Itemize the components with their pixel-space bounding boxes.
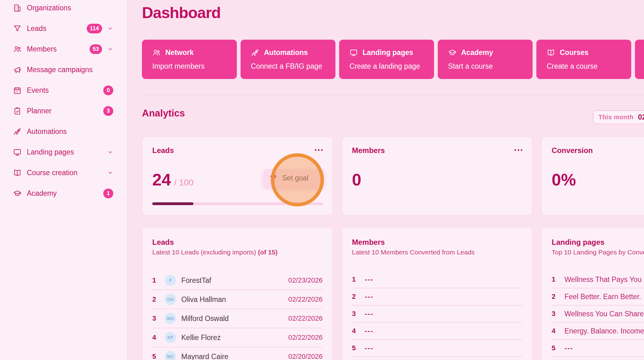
open-book-icon [547, 48, 555, 57]
sidebar-item-organizations[interactable]: Organizations [13, 0, 113, 18]
chevron-down-icon[interactable] [107, 26, 113, 32]
row-number: 4 [352, 327, 361, 335]
card-title: Conversion [552, 146, 593, 155]
chevron-down-icon[interactable] [107, 46, 113, 52]
empty-value: --- [365, 344, 373, 352]
people-icon [13, 45, 22, 53]
sidebar-item-label: Organizations [27, 4, 113, 12]
academy-count-badge: 1 [103, 189, 113, 198]
sidebar-item-label: Landing pages [27, 148, 102, 156]
row-number: 1 [152, 276, 161, 284]
table-row[interactable]: 4 Energy. Balance. Income. [552, 323, 644, 340]
row-number: 3 [552, 310, 560, 318]
leads-list-card: Leads Latest 10 Leads (excluding imports… [142, 227, 333, 360]
table-row[interactable]: 2 OH Oliva Hallman 02/22/2026 [152, 290, 323, 309]
planner-count-badge: 3 [103, 106, 113, 116]
quick-card-desc: Import members [152, 62, 229, 71]
table-row[interactable]: 3 Wellness You Can Share [552, 305, 644, 323]
more-menu-icon[interactable] [515, 146, 522, 151]
landing-page-name: Energy. Balance. Income. [564, 327, 644, 335]
table-row[interactable]: 5 --- [552, 340, 644, 357]
avatar: KF [165, 332, 176, 343]
trophy-icon [269, 174, 277, 182]
card-subtitle: Latest 10 Leads (excluding imports) (of … [152, 249, 323, 256]
chevron-down-icon[interactable] [107, 170, 113, 176]
members-rows: 1 --- 2 --- 3 --- 4 --- 5 --- [352, 271, 522, 357]
page-title: Dashboard [142, 4, 221, 22]
sidebar-item-label: Academy [27, 189, 103, 198]
sidebar-item-automations[interactable]: Automations [13, 121, 113, 142]
sidebar-item-course-creation[interactable]: Course creation [13, 162, 113, 183]
people-icon [152, 48, 161, 57]
table-row[interactable]: 1 F ForestTaf 02/23/2026 [152, 271, 323, 290]
table-row: 5 --- [352, 340, 522, 357]
lead-date: 02/23/2026 [288, 276, 323, 284]
sidebar-nav-list: Organizations Leads 114 Members 53 Messa… [13, 0, 113, 204]
table-row[interactable]: 4 KF Kellie Florez 02/22/2026 [152, 328, 323, 347]
table-row[interactable]: 2 Feel Better. Earn Better. [552, 288, 644, 305]
set-goal-popover[interactable]: Set goal [263, 169, 324, 187]
analytics-section-title: Analytics [142, 108, 185, 119]
open-book-icon [13, 169, 22, 177]
monitor-icon [349, 48, 358, 57]
row-number: 1 [352, 275, 361, 284]
sidebar-item-message-campaigns[interactable]: Message campaigns [13, 59, 113, 80]
leads-count-badge: 114 [87, 24, 102, 33]
leads-goal: / 100 [174, 178, 193, 188]
quick-card-title: Automations [264, 48, 308, 57]
more-menu-icon[interactable] [315, 146, 323, 151]
sidebar-item-planner[interactable]: Planner 3 [13, 101, 113, 121]
quick-card-partial[interactable] [635, 40, 644, 79]
quick-card-courses[interactable]: Courses Create a course [536, 40, 631, 79]
sidebar-item-label: Events [27, 86, 103, 95]
empty-value: --- [564, 344, 573, 352]
table-row: 4 --- [352, 323, 522, 340]
sidebar-item-label: Members [27, 45, 90, 53]
avatar: MO [165, 313, 176, 324]
graduation-cap-icon [448, 48, 456, 57]
quick-card-landing-pages[interactable]: Landing pages Create a landing page [339, 40, 434, 79]
row-number: 2 [152, 295, 161, 303]
table-row[interactable]: 3 MO Milford Oswald 02/22/2026 [152, 309, 323, 328]
sidebar-item-landing-pages[interactable]: Landing pages [13, 142, 113, 162]
section-divider [142, 95, 644, 95]
quick-card-title: Network [165, 48, 194, 57]
sidebar-item-members[interactable]: Members 53 [13, 39, 113, 59]
members-value: 0 [352, 170, 361, 189]
card-title: Members [352, 238, 522, 247]
avatar: OH [165, 294, 176, 305]
conversion-value: 0% [552, 170, 576, 189]
clipboard-check-icon [13, 107, 22, 115]
empty-value: --- [365, 327, 373, 335]
row-number: 3 [152, 314, 161, 323]
quick-card-desc: Start a course [448, 62, 525, 71]
quick-card-automations[interactable]: Automations Connect a FB/IG page [241, 40, 335, 79]
quick-card-academy[interactable]: Academy Start a course [438, 40, 533, 79]
card-title: Leads [152, 146, 174, 155]
lead-name: ForestTaf [181, 276, 288, 285]
row-number: 1 [552, 275, 560, 284]
leads-rows: 1 F ForestTaf 02/23/2026 2 OH Oliva Hall… [152, 271, 323, 360]
lead-name: Oliva Hallman [181, 295, 288, 304]
quick-card-title: Landing pages [363, 48, 413, 57]
sidebar-item-academy[interactable]: Academy 1 [13, 183, 113, 204]
lead-date: 02/20/2026 [288, 353, 323, 360]
members-list-card: Members Latest 10 Members Converted from… [342, 227, 533, 360]
quick-card-network[interactable]: Network Import members [142, 40, 237, 79]
sidebar: Organizations Leads 114 Members 53 Messa… [0, 0, 127, 360]
graduation-cap-icon [13, 189, 22, 198]
period-selector-button[interactable]: This month 02/0 [593, 110, 644, 124]
sidebar-item-events[interactable]: Events 0 [13, 80, 113, 101]
row-number: 5 [352, 344, 361, 352]
sidebar-item-leads[interactable]: Leads 114 [13, 18, 113, 39]
chevron-down-icon[interactable] [107, 149, 113, 155]
landing-page-name: Wellness You Can Share [564, 310, 644, 318]
calendar-icon [13, 86, 22, 95]
row-number: 2 [352, 293, 361, 301]
table-row[interactable]: 5 MC Maynard Caire 02/20/2026 [152, 347, 323, 360]
empty-value: --- [365, 293, 373, 301]
table-row[interactable]: 1 Wellness That Pays You Back [552, 271, 644, 288]
quick-card-desc: Create a course [547, 62, 624, 71]
lead-name: Kellie Florez [181, 333, 288, 342]
card-subtitle: Latest 10 Members Converted from Leads [352, 249, 522, 256]
